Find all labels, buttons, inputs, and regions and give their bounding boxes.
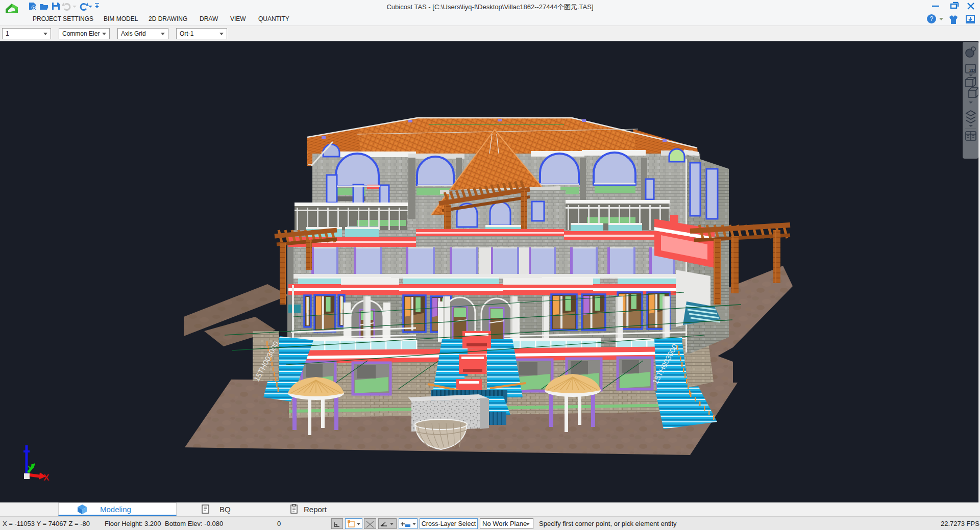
svg-text:2D: 2D <box>969 68 975 73</box>
svg-text:X: X <box>43 473 50 483</box>
svg-text:Report: Report <box>304 505 327 514</box>
svg-text:Modeling: Modeling <box>100 505 131 514</box>
svg-text:BQ: BQ <box>219 505 231 514</box>
svg-text:Y: Y <box>28 464 33 472</box>
svg-text:?: ? <box>930 15 934 22</box>
